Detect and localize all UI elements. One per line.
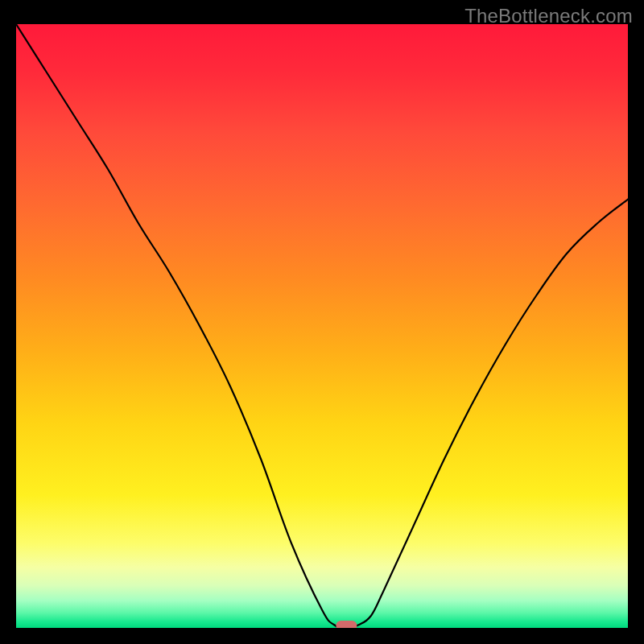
chart-frame: TheBottleneck.com [0, 0, 644, 644]
plot-area [16, 24, 628, 628]
minimum-marker [336, 621, 357, 628]
bottleneck-curve [16, 24, 628, 628]
curve-svg [16, 24, 628, 628]
watermark-text: TheBottleneck.com [464, 5, 633, 27]
